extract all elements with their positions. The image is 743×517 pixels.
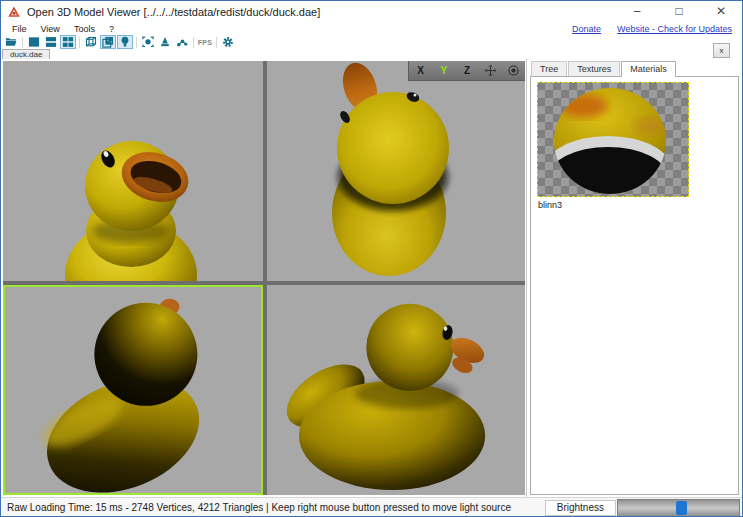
tab-textures[interactable]: Textures <box>568 61 620 76</box>
document-tab-bar: duck.dae x <box>1 49 742 59</box>
minimize-button[interactable]: – <box>616 1 658 23</box>
two-viewports-button[interactable] <box>43 35 59 49</box>
menu-help[interactable]: ? <box>102 24 121 34</box>
duck-side-view <box>267 285 525 495</box>
inspector-panel: Tree Textures Materials <box>526 59 742 497</box>
viewport-bottom-right[interactable] <box>267 285 525 495</box>
donate-link[interactable]: Donate <box>572 24 601 34</box>
toolbar-separator <box>136 37 137 48</box>
single-viewport-icon <box>28 36 40 48</box>
center-camera-button[interactable] <box>140 35 156 49</box>
menu-bar: File View Tools ? Donate Website - Check… <box>1 23 742 35</box>
textures-toggle-button[interactable] <box>100 35 116 49</box>
material-name-label: blinn3 <box>537 200 732 210</box>
axis-z-button[interactable]: Z <box>460 65 473 76</box>
viewport-axis-toolbar: X Y Z <box>408 61 525 81</box>
toolbar-separator <box>79 37 80 48</box>
app-logo-icon <box>7 6 21 19</box>
show-skeleton-button[interactable] <box>174 35 190 49</box>
skeleton-joints-icon <box>176 36 188 48</box>
fps-toggle-button[interactable]: FPS <box>197 35 213 49</box>
duck-back-view <box>3 285 263 495</box>
show-normals-button[interactable] <box>157 35 173 49</box>
title-bar: Open 3D Model Viewer [../../../testdata/… <box>1 1 742 23</box>
materials-panel: blinn3 <box>530 76 739 495</box>
duck-front-view <box>3 61 263 281</box>
eye-icon[interactable] <box>507 64 520 77</box>
brightness-slider[interactable] <box>617 499 740 517</box>
pan-move-icon[interactable] <box>484 64 497 77</box>
two-viewports-icon <box>45 36 57 48</box>
duck-top-view <box>267 61 525 281</box>
toolbar-separator <box>193 37 194 48</box>
quad-viewports-button[interactable] <box>60 35 76 49</box>
axis-y-button[interactable]: Y <box>437 65 450 76</box>
close-button[interactable]: ✕ <box>700 1 742 23</box>
lighting-toggle-button[interactable] <box>117 35 133 49</box>
window-title: Open 3D Model Viewer [../../../testdata/… <box>27 6 320 18</box>
viewport-area: X Y Z <box>1 59 526 497</box>
cube-icon <box>85 36 97 48</box>
quad-viewports-icon <box>62 36 74 48</box>
material-preview[interactable] <box>537 82 689 197</box>
close-tab-button[interactable]: x <box>713 43 730 58</box>
viewport-bottom-left[interactable] <box>3 285 263 495</box>
maximize-button[interactable]: □ <box>658 1 700 23</box>
material-sphere-preview <box>537 82 689 197</box>
textures-icon <box>102 36 114 48</box>
status-message: Raw Loading Time: 15 ms - 2748 Vertices,… <box>1 502 545 513</box>
tab-materials[interactable]: Materials <box>621 61 676 77</box>
center-view-icon <box>142 36 154 48</box>
menu-tools[interactable]: Tools <box>67 24 102 34</box>
single-viewport-button[interactable] <box>26 35 42 49</box>
brightness-slider-handle[interactable] <box>676 501 687 515</box>
lightbulb-icon <box>119 36 131 48</box>
gear-icon <box>222 36 234 48</box>
status-bar: Raw Loading Time: 15 ms - 2748 Vertices,… <box>1 497 742 517</box>
wireframe-button[interactable] <box>83 35 99 49</box>
viewport-top-right[interactable] <box>267 61 525 281</box>
open-file-button[interactable] <box>3 35 19 49</box>
updates-link[interactable]: Website - Check for Updates <box>617 24 732 34</box>
menu-file[interactable]: File <box>5 24 34 34</box>
statue-icon <box>159 36 171 48</box>
inspector-tabs: Tree Textures Materials <box>531 61 739 76</box>
fps-counter-icon: FPS <box>198 39 213 46</box>
main-toolbar: FPS <box>1 35 742 49</box>
main-area: X Y Z <box>1 59 742 497</box>
axis-x-button[interactable]: X <box>414 65 427 76</box>
menu-view[interactable]: View <box>34 24 67 34</box>
open-folder-icon <box>5 36 17 48</box>
app-window: Open 3D Model Viewer [../../../testdata/… <box>0 0 743 517</box>
viewport-top-left[interactable] <box>3 61 263 281</box>
toolbar-separator <box>22 37 23 48</box>
brightness-label: Brightness <box>545 500 616 516</box>
document-tab[interactable]: duck.dae <box>2 49 50 59</box>
settings-button[interactable] <box>220 35 236 49</box>
toolbar-separator <box>216 37 217 48</box>
tab-tree[interactable]: Tree <box>531 61 567 76</box>
